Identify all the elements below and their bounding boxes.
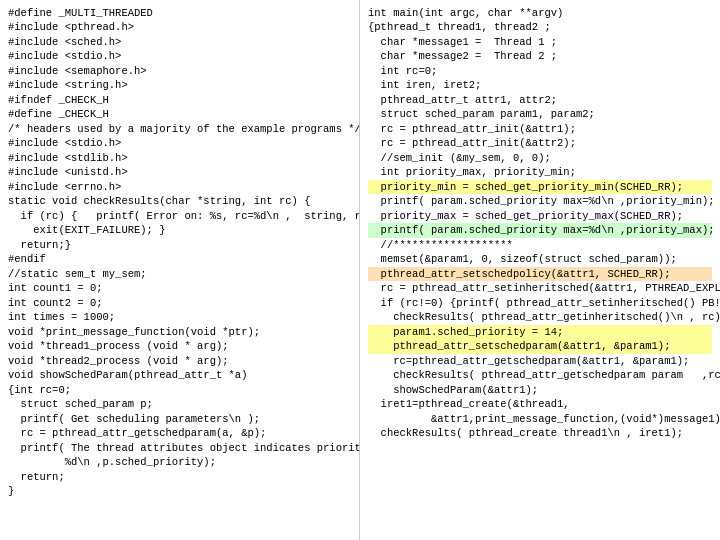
left-code-line-2: #include <sched.h> [8, 35, 351, 49]
left-code-line-14: if (rc) { printf( Error on: %s, rc=%d\n … [8, 209, 351, 223]
left-code-line-21: int times = 1000; [8, 310, 351, 324]
right-code-line-1: {pthread_t thread1, thread2 ; [368, 20, 712, 34]
right-code-line-28: showSchedParam(&attr1); [368, 383, 712, 397]
left-code-line-15: exit(EXIT_FAILURE); } [8, 223, 351, 237]
right-code-line-16: priority_max = sched_get_priority_max(SC… [368, 209, 712, 223]
left-code-line-29: rc = pthread_attr_getschedparam(a, &p); [8, 426, 351, 440]
left-code-line-30: printf( The thread attributes object ind… [8, 441, 351, 455]
right-code-line-4: int rc=0; [368, 64, 712, 78]
left-code-line-16: return;} [8, 238, 351, 252]
left-code-line-10: #include <stdlib.h> [8, 151, 351, 165]
right-code-line-15: printf( param.sched_priority max=%d\n ,p… [368, 194, 712, 208]
right-code-line-2: char *message1 = Thread 1 ; [368, 35, 712, 49]
left-code-line-19: int count1 = 0; [8, 281, 351, 295]
left-code-line-12: #include <errno.h> [8, 180, 351, 194]
right-code-line-13: int priority_max, priority_min; [368, 165, 712, 179]
left-code-line-11: #include <unistd.h> [8, 165, 351, 179]
right-code-line-0: int main(int argc, char **argv) [368, 6, 712, 20]
left-code-line-8: /* headers used by a majority of the exa… [8, 122, 351, 136]
right-code-line-30: &attr1,print_message_function,(void*)mes… [368, 412, 712, 426]
left-code-line-23: void *thread1_process (void * arg); [8, 339, 351, 353]
left-code-line-4: #include <semaphore.h> [8, 64, 351, 78]
left-code-line-24: void *thread2_process (void * arg); [8, 354, 351, 368]
right-code-line-18: //******************* [368, 238, 712, 252]
left-code-line-7: #define _CHECK_H [8, 107, 351, 121]
left-code-line-0: #define _MULTI_THREADED [8, 6, 351, 20]
left-code-line-13: static void checkResults(char *string, i… [8, 194, 351, 208]
left-code-line-3: #include <stdio.h> [8, 49, 351, 63]
left-code-line-32: return; [8, 470, 351, 484]
left-code-line-27: struct sched_param p; [8, 397, 351, 411]
left-code-line-33: } [8, 484, 351, 498]
right-code-line-25: pthread_attr_setschedparam(&attr1, &para… [368, 339, 712, 353]
left-code-line-31: %d\n ,p.sched_priority); [8, 455, 351, 469]
right-code-line-11: //sem_init (&my_sem, 0, 0); [368, 151, 712, 165]
right-code-line-21: rc = pthread_attr_setinheritsched(&attr1… [368, 281, 712, 295]
right-code-line-27: checkResults( pthread_attr_getschedparam… [368, 368, 712, 382]
left-code-line-1: #include <pthread.h> [8, 20, 351, 34]
left-code-line-28: printf( Get scheduling parameters\n ); [8, 412, 351, 426]
right-code-line-10: rc = pthread_attr_init(&attr2); [368, 136, 712, 150]
left-code-line-9: #include <stdio.h> [8, 136, 351, 150]
left-code-line-22: void *print_message_function(void *ptr); [8, 325, 351, 339]
right-code-line-3: char *message2 = Thread 2 ; [368, 49, 712, 63]
code-editor: #define _MULTI_THREADED#include <pthread… [0, 0, 720, 540]
right-code-line-7: struct sched_param param1, param2; [368, 107, 712, 121]
left-code-line-5: #include <string.h> [8, 78, 351, 92]
right-code-line-9: rc = pthread_attr_init(&attr1); [368, 122, 712, 136]
right-code-line-14: priority_min = sched_get_priority_min(SC… [368, 180, 712, 194]
left-code-panel: #define _MULTI_THREADED#include <pthread… [0, 0, 360, 540]
left-code-line-17: #endif [8, 252, 351, 266]
right-code-line-19: memset(&param1, 0, sizeof(struct sched_p… [368, 252, 712, 266]
right-code-line-5: int iren, iret2; [368, 78, 712, 92]
left-code-line-25: void showSchedParam(pthread_attr_t *a) [8, 368, 351, 382]
right-code-line-23: checkResults( pthread_attr_getinheritsch… [368, 310, 712, 324]
right-code-line-17: printf( param.sched_priority max=%d\n ,p… [368, 223, 712, 237]
right-code-line-24: param1.sched_priority = 14; [368, 325, 712, 339]
right-code-line-29: iret1=pthread_create(&thread1, [368, 397, 712, 411]
right-code-line-22: if (rc!=0) {printf( pthread_attr_setinhe… [368, 296, 712, 310]
right-code-line-20: pthread_attr_setschedpolicy(&attr1, SCHE… [368, 267, 712, 281]
right-code-line-6: pthread_attr_t attr1, attr2; [368, 93, 712, 107]
left-code-line-20: int count2 = 0; [8, 296, 351, 310]
right-code-panel: int main(int argc, char **argv){pthread_… [360, 0, 720, 540]
left-code-line-6: #ifndef _CHECK_H [8, 93, 351, 107]
right-code-line-31: checkResults( pthread_create thread1\n ,… [368, 426, 712, 440]
left-code-line-18: //static sem_t my_sem; [8, 267, 351, 281]
left-code-line-26: {int rc=0; [8, 383, 351, 397]
right-code-line-26: rc=pthread_attr_getschedparam(&attr1, &p… [368, 354, 712, 368]
